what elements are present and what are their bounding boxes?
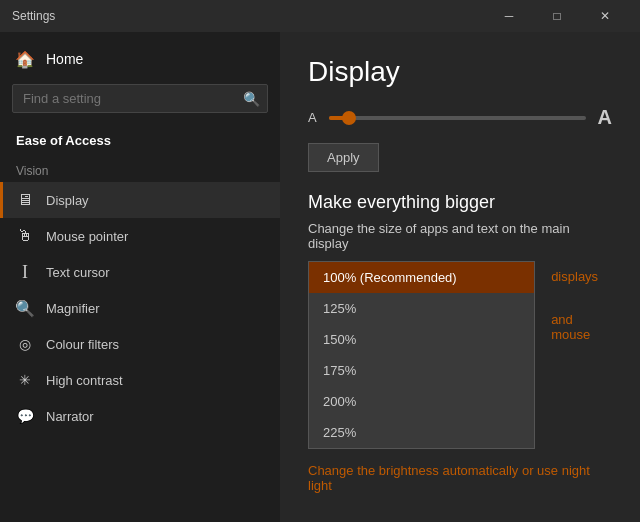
maximize-button[interactable]: □	[534, 0, 580, 32]
partial-hint-mouse: and mouse	[551, 312, 612, 342]
brightness-label-min: A	[308, 110, 317, 125]
display-icon: 🖥	[16, 191, 34, 209]
search-icon: 🔍	[243, 91, 260, 107]
sidebar-item-mouse-label: Mouse pointer	[46, 229, 128, 244]
sidebar-search-container: 🔍	[12, 84, 268, 113]
sidebar-item-high-contrast[interactable]: ✳ High contrast	[0, 362, 280, 398]
content-area: Display A A Apply Make everything bigger…	[280, 32, 640, 522]
sidebar-item-colour-filters[interactable]: ◎ Colour filters	[0, 326, 280, 362]
sidebar-item-home[interactable]: 🏠 Home	[0, 40, 280, 78]
sidebar-item-home-label: Home	[46, 51, 83, 67]
dropdown-option-225[interactable]: 225%	[309, 417, 534, 448]
sidebar-item-display-label: Display	[46, 193, 89, 208]
brightness-row: A A	[308, 106, 612, 129]
section-heading: Make everything bigger	[308, 192, 612, 213]
brightness-slider-track	[329, 116, 586, 120]
section-desc: Change the size of apps and text on the …	[308, 221, 612, 251]
partial-hint-displays: displays	[551, 269, 612, 284]
sidebar-item-narrator[interactable]: 💬 Narrator	[0, 398, 280, 434]
sidebar-item-mouse-pointer[interactable]: 🖱 Mouse pointer	[0, 218, 280, 254]
dropdown-option-100[interactable]: 100% (Recommended)	[309, 262, 534, 293]
colour-filters-icon: ◎	[16, 335, 34, 353]
page-title: Display	[308, 56, 612, 88]
magnifier-icon: 🔍	[16, 299, 34, 317]
sidebar-item-colour-filters-label: Colour filters	[46, 337, 119, 352]
night-light-link[interactable]: Change the brightness automatically or u…	[308, 463, 612, 493]
high-contrast-icon: ✳	[16, 371, 34, 389]
dropdown-option-125[interactable]: 125%	[309, 293, 534, 324]
sidebar-item-display[interactable]: 🖥 Display	[0, 182, 280, 218]
dropdown-option-200[interactable]: 200%	[309, 386, 534, 417]
dropdown-option-175[interactable]: 175%	[309, 355, 534, 386]
scale-dropdown[interactable]: 100% (Recommended) 125% 150% 175% 200% 2…	[308, 261, 535, 449]
sidebar-item-text-cursor-label: Text cursor	[46, 265, 110, 280]
search-input[interactable]	[12, 84, 268, 113]
sidebar-item-magnifier-label: Magnifier	[46, 301, 99, 316]
brightness-label-max: A	[598, 106, 612, 129]
minimize-button[interactable]: ─	[486, 0, 532, 32]
sidebar: 🏠 Home 🔍 Ease of Access Vision 🖥 Display…	[0, 32, 280, 522]
text-cursor-icon: I	[16, 263, 34, 281]
sidebar-item-high-contrast-label: High contrast	[46, 373, 123, 388]
sidebar-item-magnifier[interactable]: 🔍 Magnifier	[0, 290, 280, 326]
close-button[interactable]: ✕	[582, 0, 628, 32]
sidebar-item-text-cursor[interactable]: I Text cursor	[0, 254, 280, 290]
ease-access-label: Ease of Access	[0, 119, 280, 154]
mouse-pointer-icon: 🖱	[16, 227, 34, 245]
apply-button[interactable]: Apply	[308, 143, 379, 172]
slider-thumb[interactable]	[342, 111, 356, 125]
sidebar-item-narrator-label: Narrator	[46, 409, 94, 424]
app-body: 🏠 Home 🔍 Ease of Access Vision 🖥 Display…	[0, 32, 640, 522]
home-icon: 🏠	[16, 50, 34, 68]
dropdown-option-150[interactable]: 150%	[309, 324, 534, 355]
narrator-icon: 💬	[16, 407, 34, 425]
titlebar-controls: ─ □ ✕	[486, 0, 628, 32]
titlebar: Settings ─ □ ✕	[0, 0, 640, 32]
titlebar-title: Settings	[12, 9, 55, 23]
sidebar-section-vision: Vision	[0, 154, 280, 182]
